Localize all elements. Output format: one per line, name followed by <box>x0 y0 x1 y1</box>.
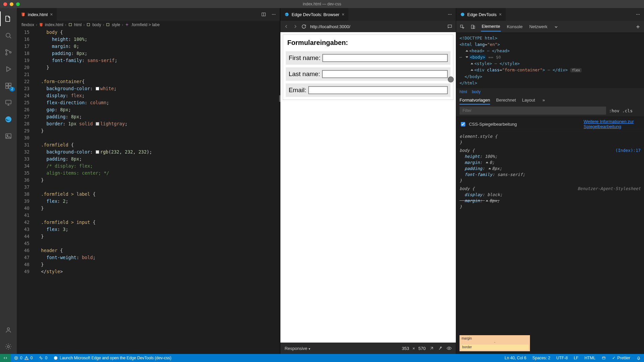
search-icon[interactable] <box>0 28 17 43</box>
language-mode[interactable]: HTML <box>582 356 599 360</box>
hov-toggle[interactable]: :hov <box>609 108 619 113</box>
window-minimize[interactable] <box>10 2 13 6</box>
more-subtabs-icon[interactable]: » <box>542 98 545 105</box>
svg-point-16 <box>273 14 274 15</box>
svg-point-0 <box>6 33 10 37</box>
gallery-icon[interactable] <box>0 129 17 143</box>
close-icon[interactable]: × <box>50 12 53 17</box>
dt-tab-console[interactable]: Konsole <box>506 22 523 31</box>
more-icon[interactable] <box>635 12 641 17</box>
more-tabs-icon[interactable] <box>553 24 559 29</box>
remote-indicator[interactable] <box>0 354 11 362</box>
mirror-info-link[interactable]: Weitere Informationen zur Spiegelbearbei… <box>584 119 641 129</box>
svg-point-12 <box>7 328 10 330</box>
launch-edge-button[interactable]: Launch Microsoft Edge and open the Edge … <box>50 356 174 360</box>
editor-tabbar: index.html × <box>17 8 280 21</box>
close-icon[interactable]: × <box>499 12 501 17</box>
browser-tab-label: Edge DevTools: Browser <box>291 12 339 17</box>
window-close[interactable] <box>3 2 7 6</box>
viewport-width[interactable]: 353 <box>402 346 409 351</box>
form-field: First name: <box>286 51 450 65</box>
prettier-status[interactable]: ✓Prettier <box>609 356 633 360</box>
editor-tab-index[interactable]: index.html × <box>17 8 57 21</box>
errors-indicator[interactable]: 0 0 <box>11 356 36 360</box>
svg-point-30 <box>639 14 640 15</box>
editor-tab-label: index.html <box>28 12 48 17</box>
notifications-icon[interactable] <box>633 356 644 360</box>
dt-tab-network[interactable]: Netzwerk <box>529 22 548 31</box>
ports-indicator[interactable]: 0 <box>36 356 50 360</box>
form-field: Email: <box>286 83 450 97</box>
subtab-layout[interactable]: Layout <box>522 98 535 105</box>
edge-tools-icon[interactable] <box>0 112 17 127</box>
styles-filter-input[interactable] <box>460 107 606 115</box>
url-field[interactable]: http://localhost:3000/ <box>310 24 444 29</box>
devtools-status-icon[interactable] <box>598 356 609 360</box>
remote-explorer-icon[interactable] <box>0 95 17 110</box>
device-mode-select[interactable]: Responsive ▾ <box>284 346 310 351</box>
run-debug-icon[interactable] <box>0 62 17 76</box>
svg-rect-20 <box>107 23 109 26</box>
svg-rect-4 <box>6 83 8 85</box>
extensions-icon[interactable]: 2 <box>0 78 17 93</box>
browser-urlbar: http://localhost:3000/ <box>280 21 456 32</box>
first-name-input[interactable] <box>322 54 448 62</box>
dom-breadcrumb[interactable]: htmlbody <box>456 88 644 96</box>
reload-icon[interactable] <box>301 24 307 29</box>
last-name-input[interactable] <box>322 70 448 78</box>
cls-toggle[interactable]: .cls <box>622 108 633 113</box>
split-editor-icon[interactable] <box>261 12 266 17</box>
email-input[interactable] <box>308 86 448 94</box>
svg-point-1 <box>6 50 7 51</box>
styles-rules[interactable]: element.style { } body {(Index):17 heigh… <box>456 131 644 333</box>
activity-bar: 2 <box>0 8 17 354</box>
more-icon[interactable] <box>447 12 452 17</box>
new-tab-icon[interactable] <box>635 24 641 29</box>
code-editor[interactable]: 1516171819202122232425262728293031323334… <box>17 29 280 354</box>
wand-icon[interactable] <box>438 346 443 351</box>
browser-tabbar: Edge DevTools: Browser × <box>280 8 456 21</box>
resize-handle[interactable] <box>448 76 454 82</box>
window-title: index.html — dev-css <box>0 2 644 6</box>
css-mirror-checkbox[interactable] <box>461 122 465 126</box>
browser-tab[interactable]: Edge DevTools: Browser × <box>280 8 349 21</box>
indent-setting[interactable]: Spaces: 2 <box>529 356 553 360</box>
explorer-icon[interactable] <box>0 11 17 26</box>
dt-tab-elements[interactable]: Elemente <box>481 22 501 32</box>
svg-point-17 <box>275 14 275 15</box>
svg-point-24 <box>451 14 451 15</box>
form-field: Last name: <box>286 67 450 81</box>
box-model: margin - border <box>456 333 644 354</box>
viewport-height[interactable]: 570 <box>418 346 426 351</box>
more-icon[interactable] <box>271 12 276 17</box>
inspect-icon[interactable] <box>460 24 465 29</box>
window-zoom[interactable] <box>16 2 20 6</box>
styles-subtabs: Formatvorlagen Berechnet Layout » <box>456 96 644 105</box>
svg-rect-19 <box>87 23 90 26</box>
settings-gear-icon[interactable] <box>0 339 17 354</box>
rotate-icon[interactable] <box>429 346 434 351</box>
svg-rect-5 <box>9 83 11 85</box>
nav-forward-icon[interactable] <box>292 24 298 29</box>
titlebar: index.html — dev-css <box>0 0 644 8</box>
cursor-position[interactable]: Ln 40, Col 6 <box>502 356 530 360</box>
browser-preview: Formulareingaben: First name: Last name:… <box>280 32 456 343</box>
breadcrumb[interactable]: flexbox› index.html› html› body› style› … <box>17 21 280 29</box>
svg-point-11 <box>7 135 8 136</box>
subtab-styles[interactable]: Formatvorlagen <box>460 98 490 105</box>
subtab-computed[interactable]: Berechnet <box>496 98 516 105</box>
account-icon[interactable] <box>0 322 17 337</box>
close-icon[interactable]: × <box>342 12 344 17</box>
eye-icon[interactable] <box>446 346 452 351</box>
source-control-icon[interactable] <box>0 45 17 60</box>
device-icon[interactable] <box>470 24 476 29</box>
devtools-tab[interactable]: Edge DevTools × <box>456 8 506 21</box>
svg-point-13 <box>7 346 9 348</box>
dom-tree[interactable]: <!DOCTYPE html> <html lang="en"> <head> … <box>456 33 644 88</box>
eol[interactable]: LF <box>571 356 582 360</box>
nav-back-icon[interactable] <box>284 24 289 29</box>
svg-rect-33 <box>473 26 475 28</box>
encoding[interactable]: UTF-8 <box>553 356 571 360</box>
screencast-icon[interactable] <box>447 24 452 29</box>
css-mirror-row: CSS-Spiegelbearbeitung Weitere Informati… <box>456 117 644 131</box>
